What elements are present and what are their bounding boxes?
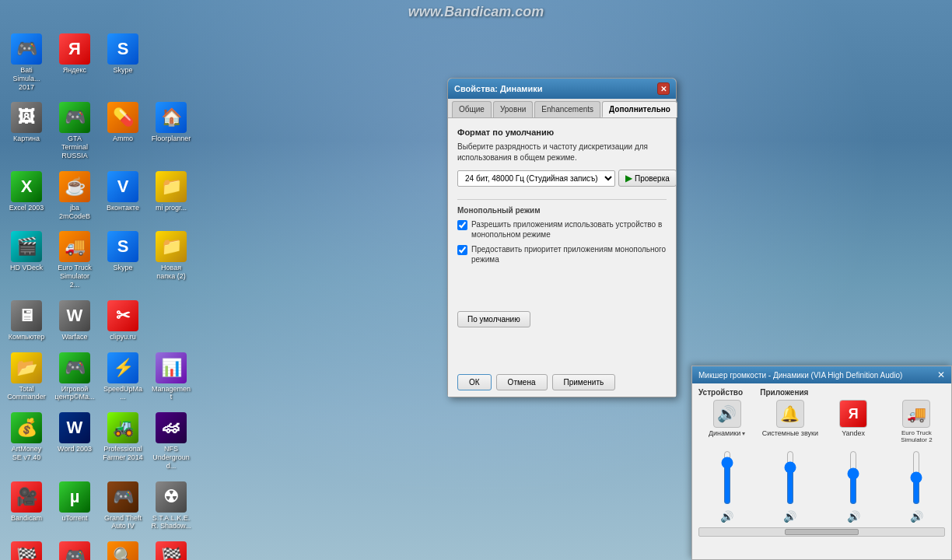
icon-img-prof-farmer: 🚜 <box>107 412 138 443</box>
ok-button[interactable]: ОК <box>457 374 492 390</box>
tab-urovni[interactable]: Уровни <box>493 101 533 117</box>
desktop-icon-need-speed[interactable]: 🏁Need for Speed Mos... <box>4 539 49 560</box>
desktop-icon-clipyu[interactable]: ✂clipyu.ru <box>100 298 145 344</box>
desktop-icon-bat-simulator[interactable]: 🎮Bati Simula... 2017 <box>4 31 49 93</box>
tab-enhancements[interactable]: Enhancements <box>534 101 600 117</box>
eurotruck-icon: 🚚 <box>902 400 930 428</box>
tab-dopolnitelno[interactable]: Дополнительно <box>602 101 677 117</box>
mute-button-syssounds[interactable]: 🔊 <box>783 510 796 523</box>
icon-label-kompyuter: Компьютер <box>9 333 45 341</box>
icon-label-nfs-underground: NFS Underground... <box>151 445 191 470</box>
dialog-action-buttons: ОК Отмена Применить <box>457 374 667 390</box>
icon-img-need-speed2: 🏁 <box>156 541 187 560</box>
desktop-icon-management[interactable]: 📊Management <box>149 350 194 404</box>
mixer-labels-row: Устройство Приложения <box>692 383 951 397</box>
mixer-sliders-row <box>692 446 951 509</box>
desktop-icon-excel[interactable]: XExcel 2003 <box>4 169 49 223</box>
desktop: www.Bandicam.com 🎮Bati Simula... 2017ЯЯн… <box>0 0 952 560</box>
separator <box>457 199 667 200</box>
mute-button-yandex[interactable]: 🔊 <box>847 510 860 523</box>
desktop-icon-igr-centr[interactable]: 🎮Игровой центр©Ma... <box>52 350 97 404</box>
desktop-icon-nova-papka[interactable]: 📁Новая папка (2) <box>149 229 194 291</box>
icon-img-warface: W <box>59 300 90 331</box>
cancel-button[interactable]: Отмена <box>496 374 548 390</box>
desktop-icon-need-speed2[interactable]: 🏁Need for Speed Mos... <box>149 539 194 560</box>
icon-img-igr-centr: 🎮 <box>59 352 90 383</box>
desktop-icon-ammo[interactable]: 💊Ammo <box>100 100 145 162</box>
mute-button-dinamiki[interactable]: 🔊 <box>720 510 733 523</box>
icon-img-clipyu: ✂ <box>107 300 138 331</box>
desktop-icon-artmoney[interactable]: 💰ArtMoney SE v7.40 <box>4 410 49 472</box>
desktop-icon-gta3[interactable]: 🎮Grand Theft Auto III <box>52 539 97 560</box>
desktop-icon-total-cmd[interactable]: 📂Total Commander <box>4 350 49 404</box>
desktop-icon-stalker[interactable]: ☢S.T.A.L.K.E.R. Shadow... <box>149 479 194 534</box>
yandex-label: Yandex <box>842 429 865 437</box>
tab-obshie[interactable]: Общие <box>452 101 492 117</box>
icon-label-speedupmac: SpeedUpMa... <box>103 385 143 402</box>
icon-label-java: jba 2mCodeB <box>54 204 95 221</box>
icon-img-java: ☕ <box>59 171 90 202</box>
desktop-icon-warface[interactable]: WWarface <box>52 298 97 344</box>
slider-eurotruck[interactable] <box>908 450 924 505</box>
desktop-icon-euro-truck[interactable]: 🚚Euro Truck Simulator 2... <box>52 229 97 291</box>
icon-img-artmoney: 💰 <box>11 412 42 443</box>
desktop-icon-vkontakte[interactable]: VВконтакте <box>100 169 145 223</box>
icon-img-miprogr: 📁 <box>156 171 187 202</box>
icon-img-euro-truck: 🚚 <box>59 231 90 262</box>
desktop-icon-word2003[interactable]: WWord 2003 <box>52 410 97 472</box>
desktop-icon-bandicam[interactable]: 🎥Bandicam <box>4 479 49 534</box>
slider-yandex[interactable] <box>845 450 861 505</box>
checkbox-allow-exclusive[interactable] <box>457 220 467 230</box>
default-button[interactable]: По умолчанию <box>457 311 530 327</box>
icon-spacer <box>149 298 194 344</box>
icon-label-prof-farmer: Professional Farmer 2014 <box>103 445 143 462</box>
mixer-scrollbar[interactable] <box>698 527 945 537</box>
icon-label-clipyu: clipyu.ru <box>110 333 136 341</box>
desktop-icon-hd-vdeck[interactable]: 🎬HD VDeck <box>4 229 49 291</box>
checkbox-priority-label: Предоставить приоритет приложениям моноп… <box>471 244 667 264</box>
mute-col-eurotruck: 🔊 <box>888 510 945 523</box>
icon-img-nova-papka: 📁 <box>156 231 187 262</box>
monopoly-title: Монопольный режим <box>457 206 667 215</box>
slider-syssounds[interactable] <box>782 450 798 505</box>
slider-dinamiki[interactable] <box>719 450 735 505</box>
volume-mixer-panel: Микшер громкости - Динамики (VIA High De… <box>691 366 952 560</box>
desktop-icon-iskat-v-int[interactable]: 🔍Искать в Интернете <box>100 539 145 560</box>
desktop-icon-miprogr[interactable]: 📁mi progr... <box>149 169 194 223</box>
format-select[interactable]: 24 бит, 48000 Гц (Студийная записъ) <box>457 170 615 187</box>
desktop-icon-skype[interactable]: SSkype <box>100 31 145 93</box>
test-button[interactable]: ▶ Проверка <box>618 170 677 187</box>
desktop-icon-kartina[interactable]: 🖼Картина <box>4 100 49 162</box>
desktop-icon-speedupmac[interactable]: ⚡SpeedUpMa... <box>100 350 145 404</box>
dinamiki-arrow[interactable]: ▾ <box>742 430 745 437</box>
desktop-icon-kompyuter[interactable]: 🖥Компьютер <box>4 298 49 344</box>
dialog-titlebar: Свойства: Динамики ✕ <box>448 79 676 99</box>
icon-label-ammo: Ammo <box>113 135 133 143</box>
mixer-device-yandex: Я Yandex <box>825 400 882 443</box>
icon-img-gta-auto4: 🎮 <box>107 481 138 513</box>
slider-col-eurotruck <box>888 450 945 506</box>
icon-label-yandex: Яндекс <box>63 66 86 75</box>
mixer-scrollbar-thumb[interactable] <box>785 529 859 535</box>
checkbox-priority[interactable] <box>457 245 467 255</box>
dialog-close-button[interactable]: ✕ <box>657 82 670 95</box>
mixer-close-button[interactable]: ✕ <box>937 369 945 380</box>
desktop-icon-gta-auto4[interactable]: 🎮Grand Theft Auto IV <box>100 479 145 534</box>
desktop-icon-nfs-underground[interactable]: 🏎NFS Underground... <box>149 410 194 472</box>
apply-button[interactable]: Применить <box>552 374 616 390</box>
desktop-icon-floorplanner[interactable]: 🏠Floorplanner <box>149 100 194 162</box>
icon-img-utorrent: µ <box>59 481 90 513</box>
desktop-icon-yandex[interactable]: ЯЯндекс <box>52 31 97 93</box>
desktop-icon-utorrent[interactable]: µuTorrent <box>52 479 97 534</box>
syssounds-icon: 🔔 <box>776 400 804 428</box>
desktop-icon-skype2[interactable]: SSkype <box>100 229 145 291</box>
desktop-icon-java[interactable]: ☕jba 2mCodeB <box>52 169 97 223</box>
icon-label-gta-auto4: Grand Theft Auto IV <box>103 514 143 531</box>
mute-button-eurotruck[interactable]: 🔊 <box>910 510 923 523</box>
slider-col-dinamiki <box>698 450 755 506</box>
desktop-icon-gta-terminal[interactable]: 🎮GTA Terminal RUSSIA <box>52 100 97 162</box>
eurotruck-label: Euro Truck Simulator 2 <box>888 429 945 443</box>
checkbox-allow-label: Разрешить приложениям использовать устро… <box>471 219 667 240</box>
icon-label-miprogr: mi progr... <box>156 204 187 212</box>
desktop-icon-prof-farmer[interactable]: 🚜Professional Farmer 2014 <box>100 410 145 472</box>
